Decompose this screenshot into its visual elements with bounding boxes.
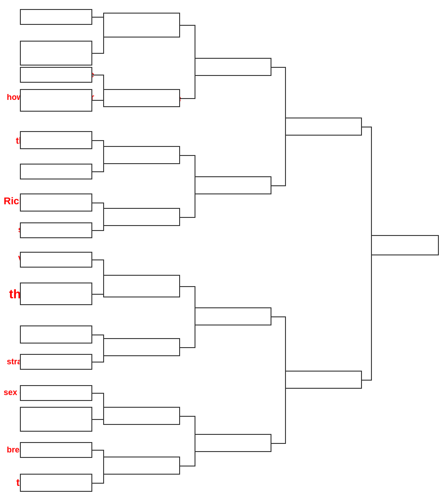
r2-box-6 <box>103 338 180 356</box>
r1-box-3a <box>20 131 92 149</box>
conn-r1-3-v <box>103 140 104 171</box>
r1-box-2a <box>20 67 92 83</box>
conn-r1-3a-h <box>92 140 104 141</box>
r2-box-5 <box>103 275 180 297</box>
r2-box-3 <box>103 146 180 164</box>
conn-r2-7-8-v <box>195 416 195 466</box>
conn-r1-4b-h <box>92 230 104 231</box>
conn-r1-6b-h <box>92 362 104 363</box>
r1-box-2b <box>20 89 92 112</box>
conn-r1-5a-h <box>92 259 104 260</box>
conn-r2-6-h <box>180 347 195 348</box>
conn-r2-4-h <box>180 217 195 218</box>
conn-r1-1-to-r2 <box>103 25 104 26</box>
conn-r3-3-h <box>271 316 286 317</box>
final-box <box>371 235 439 255</box>
r3-box-1 <box>195 58 271 76</box>
r1-box-8a <box>20 442 92 458</box>
conn-r2-3-4-v <box>195 155 195 217</box>
r1-box-1a <box>20 9 92 25</box>
conn-r3-4-h <box>271 443 286 444</box>
r2-box-1 <box>103 13 180 38</box>
conn-r4-1-2-v <box>371 127 372 380</box>
conn-r2-1-h <box>180 25 195 26</box>
r1-box-7b <box>20 407 92 432</box>
conn-r1-2-v <box>103 75 104 100</box>
r3-box-3 <box>195 307 271 325</box>
r1-box-6b <box>20 354 92 370</box>
r1-box-1b <box>20 41 92 66</box>
r2-box-2 <box>103 89 180 107</box>
r2-box-8 <box>103 457 180 475</box>
r1-box-8b <box>20 474 92 492</box>
conn-r1-5-v <box>103 259 104 294</box>
r4-box-2 <box>285 371 362 389</box>
conn-r1-7a-h <box>92 393 104 394</box>
r2-box-7 <box>103 407 180 425</box>
conn-r2-5-6-v <box>195 286 195 347</box>
conn-r2-8-h <box>180 466 195 466</box>
r1-box-4b <box>20 222 92 238</box>
conn-r1-4a-h <box>92 203 104 203</box>
conn-r1-4-v <box>103 203 104 230</box>
conn-r3-1-h <box>271 67 286 68</box>
conn-r3-1-2-v <box>285 67 286 185</box>
conn-r1-1-v <box>103 17 104 53</box>
r1-box-4a <box>20 193 92 212</box>
conn-r2-to-r3-1 <box>195 67 195 68</box>
conn-r1-2a-h <box>92 75 104 75</box>
conn-r1-1b-h <box>92 53 104 54</box>
conn-r2-3-h <box>180 155 195 156</box>
r1-box-3b <box>20 164 92 179</box>
conn-r4-1-h <box>362 127 372 127</box>
r1-box-5a <box>20 252 92 268</box>
conn-r2-2-h <box>180 98 195 99</box>
conn-r3-2-h <box>271 185 286 186</box>
conn-r2-1-2-v <box>195 25 195 98</box>
conn-r3-3-4-v <box>285 316 286 443</box>
conn-r1-6-v <box>103 334 104 362</box>
conn-r1-8a-h <box>92 450 104 451</box>
r1-box-6a <box>20 325 92 344</box>
conn-r4-2-h <box>362 380 372 381</box>
conn-r2-5-h <box>180 286 195 287</box>
r3-box-2 <box>195 176 271 194</box>
r1-box-7a <box>20 385 92 401</box>
r2-box-4 <box>103 208 180 226</box>
r3-box-4 <box>195 434 271 452</box>
r1-box-5b <box>20 283 92 305</box>
conn-r2-7-h <box>180 416 195 417</box>
conn-r1-7-v <box>103 393 104 419</box>
conn-r1-8b-h <box>92 483 104 484</box>
conn-r1-3b-h <box>92 171 104 172</box>
bracket-container: casa di carta got Steven universe how I … <box>0 0 447 504</box>
conn-r1-8-v <box>103 450 104 483</box>
conn-r1-2b-h <box>92 100 104 101</box>
conn-r1-5b-h <box>92 294 104 295</box>
conn-r1-7b-h <box>92 419 104 420</box>
r4-box-1 <box>285 118 362 136</box>
conn-r1-6a-h <box>92 334 104 335</box>
conn-r1-1a-h <box>92 17 104 18</box>
